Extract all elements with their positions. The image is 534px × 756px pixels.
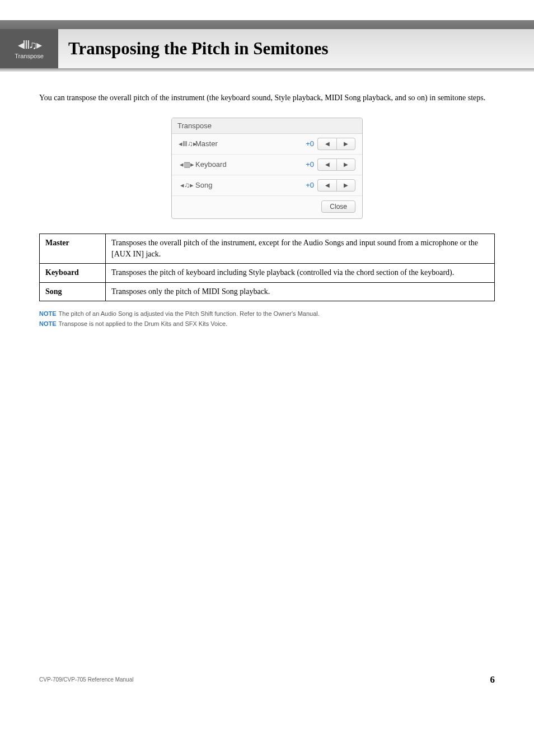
song-increment-button[interactable]: ▶ xyxy=(336,179,355,192)
cell-master-head: Master xyxy=(40,234,106,264)
master-label: Master xyxy=(195,139,296,148)
transpose-icon: ◂Ⅲ♫▸ xyxy=(18,38,41,52)
master-increment-button[interactable]: ▶ xyxy=(336,138,355,150)
master-value: +0 xyxy=(296,139,317,148)
intro-paragraph: You can transpose the overall pitch of t… xyxy=(39,92,495,104)
panel-title: Transpose xyxy=(172,118,362,134)
page-footer: CVP-709/CVP-705 Reference Manual 6 xyxy=(0,674,534,685)
note-label: NOTE xyxy=(39,320,57,327)
section-header: ◂Ⅲ♫▸ Transpose Transposing the Pitch in … xyxy=(0,29,534,68)
keyboard-label: Keyboard xyxy=(195,160,296,169)
table-row: Master Transposes the overall pitch of t… xyxy=(40,234,495,264)
page-title: Transposing the Pitch in Semitones xyxy=(68,39,328,59)
cell-song-body: Transposes only the pitch of MIDI Song p… xyxy=(106,282,495,301)
keyboard-value: +0 xyxy=(296,160,317,169)
song-value: +0 xyxy=(296,181,317,189)
header-title-area: Transposing the Pitch in Semitones xyxy=(58,29,534,68)
master-decrement-button[interactable]: ◀ xyxy=(317,138,336,150)
keyboard-decrement-button[interactable]: ◀ xyxy=(317,158,336,171)
note-2-text: Transpose is not applied to the Drum Kit… xyxy=(59,320,228,327)
note-1-text: The pitch of an Audio Song is adjusted v… xyxy=(59,310,320,317)
header-badge: ◂Ⅲ♫▸ Transpose xyxy=(0,29,58,68)
table-row: Song Transposes only the pitch of MIDI S… xyxy=(40,282,495,301)
footer-reference: CVP-709/CVP-705 Reference Manual xyxy=(39,676,133,683)
transpose-panel: Transpose ◂Ⅲ♫▸ Master +0 ◀ ▶ ◂▥▸ Keyboar… xyxy=(171,118,363,219)
cell-song-head: Song xyxy=(40,282,106,301)
song-label: Song xyxy=(195,181,296,189)
spec-table: Master Transposes the overall pitch of t… xyxy=(39,234,495,301)
panel-row-keyboard: ◂▥▸ Keyboard +0 ◀ ▶ xyxy=(172,155,362,175)
page-number: 6 xyxy=(490,674,495,685)
panel-row-song: ◂♫▸ Song +0 ◀ ▶ xyxy=(172,175,362,196)
note-2: NOTETranspose is not applied to the Drum… xyxy=(39,320,495,327)
note-label: NOTE xyxy=(39,310,57,317)
cell-master-body: Transposes the overall pitch of the inst… xyxy=(106,234,495,264)
keyboard-increment-button[interactable]: ▶ xyxy=(336,158,355,171)
close-button[interactable]: Close xyxy=(321,200,355,213)
panel-row-master: ◂Ⅲ♫▸ Master +0 ◀ ▶ xyxy=(172,134,362,155)
song-decrement-button[interactable]: ◀ xyxy=(317,179,336,192)
cell-keyboard-body: Transposes the pitch of keyboard includi… xyxy=(106,264,495,282)
note-1: NOTEThe pitch of an Audio Song is adjust… xyxy=(39,310,495,317)
master-icon: ◂Ⅲ♫▸ xyxy=(179,139,195,148)
keyboard-icon: ◂▥▸ xyxy=(179,160,195,169)
top-strip xyxy=(0,0,534,29)
table-row: Keyboard Transposes the pitch of keyboar… xyxy=(40,264,495,282)
song-icon: ◂♫▸ xyxy=(179,181,195,189)
header-badge-label: Transpose xyxy=(15,53,44,59)
cell-keyboard-head: Keyboard xyxy=(40,264,106,282)
